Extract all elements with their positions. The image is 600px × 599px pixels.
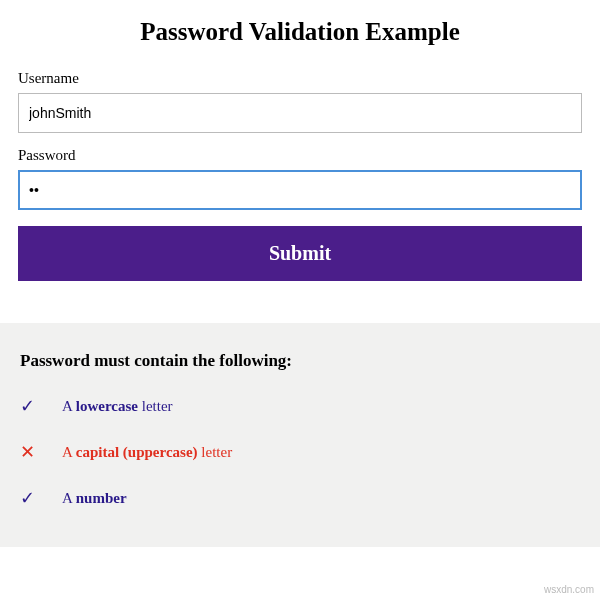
requirement-text: A number — [62, 490, 127, 507]
password-label: Password — [18, 147, 582, 164]
requirement-text: A capital (uppercase) letter — [62, 444, 232, 461]
check-icon: ✓ — [20, 395, 34, 417]
requirement-text: A lowercase letter — [62, 398, 173, 415]
requirement-number: ✓ A number — [20, 487, 580, 509]
check-icon: ✓ — [20, 487, 34, 509]
watermark: wsxdn.com — [544, 584, 594, 595]
requirements-heading: Password must contain the following: — [20, 351, 580, 371]
requirement-uppercase: ✕ A capital (uppercase) letter — [20, 441, 580, 463]
password-input[interactable] — [18, 170, 582, 210]
username-input[interactable] — [18, 93, 582, 133]
requirement-lowercase: ✓ A lowercase letter — [20, 395, 580, 417]
submit-button[interactable]: Submit — [18, 226, 582, 281]
username-label: Username — [18, 70, 582, 87]
page-title: Password Validation Example — [18, 18, 582, 46]
password-requirements-panel: Password must contain the following: ✓ A… — [0, 323, 600, 547]
cross-icon: ✕ — [20, 441, 34, 463]
